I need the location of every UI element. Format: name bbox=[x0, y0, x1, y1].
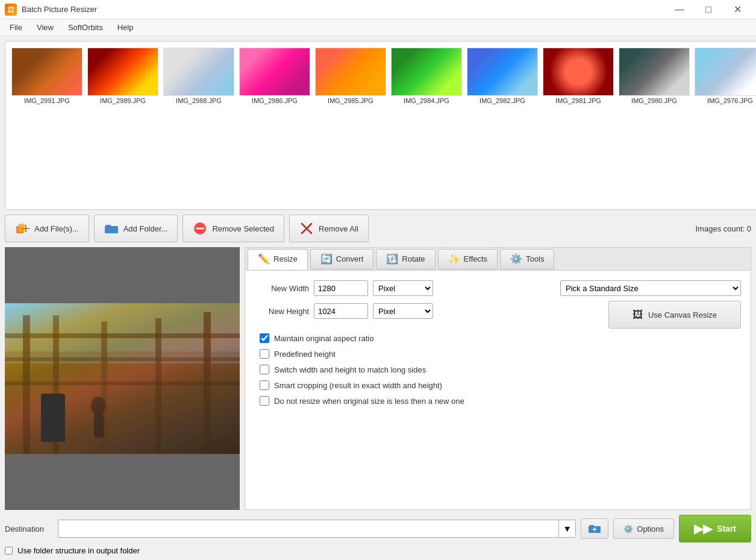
tab-convert[interactable]: 🔄 Convert bbox=[310, 249, 374, 269]
convert-tab-icon: 🔄 bbox=[320, 253, 333, 265]
thumbnail bbox=[11, 48, 83, 96]
folder-structure-label[interactable]: Use folder structure in output folder bbox=[17, 546, 140, 555]
no-resize-smaller-label[interactable]: Do not resize when original size is less… bbox=[274, 397, 464, 406]
remove-selected-icon bbox=[193, 221, 207, 236]
window-controls: — □ ✕ bbox=[666, 0, 751, 19]
options-button[interactable]: ⚙️ Options bbox=[613, 518, 674, 539]
maintain-ratio-checkbox[interactable] bbox=[260, 333, 269, 343]
image-filename: IMG_2981.JPG bbox=[555, 97, 601, 104]
width-unit-select[interactable]: Pixel Percent Inch cm bbox=[373, 280, 433, 296]
image-gallery[interactable]: IMG_2991.JPG IMG_2989.JPG IMG_2988.JPG I… bbox=[5, 41, 756, 210]
switch-dimensions-label[interactable]: Switch width and height to match long si… bbox=[274, 365, 426, 374]
effects-tab-label: Effects bbox=[464, 254, 488, 263]
list-item[interactable]: IMG_2976.JPG bbox=[693, 46, 756, 113]
maintain-ratio-label[interactable]: Maintain original aspect ratio bbox=[274, 334, 373, 343]
destination-input[interactable] bbox=[58, 520, 558, 537]
menu-file[interactable]: File bbox=[2, 20, 30, 34]
image-filename: IMG_2989.JPG bbox=[100, 97, 146, 104]
svg-rect-35 bbox=[94, 414, 104, 438]
destination-input-wrapper: ▼ bbox=[58, 520, 576, 538]
smart-cropping-label[interactable]: Smart cropping (result in exact width an… bbox=[274, 381, 442, 390]
svg-point-34 bbox=[91, 397, 105, 415]
predefined-height-label[interactable]: Predefined height bbox=[274, 350, 336, 359]
destination-label: Destination bbox=[5, 524, 53, 533]
tab-resize[interactable]: ✏️ Resize bbox=[248, 249, 308, 269]
folder-structure-checkbox[interactable] bbox=[5, 547, 13, 555]
list-item[interactable]: IMG_2984.JPG bbox=[390, 46, 463, 113]
options-gear-icon: ⚙️ bbox=[623, 524, 633, 533]
tools-tab-icon: ⚙️ bbox=[510, 253, 522, 265]
tab-rotate[interactable]: 🔃 Rotate bbox=[376, 249, 435, 269]
list-item[interactable]: IMG_2989.JPG bbox=[86, 46, 160, 113]
resize-tab-icon: ✏️ bbox=[258, 253, 270, 265]
image-filename: IMG_2986.JPG bbox=[252, 97, 298, 104]
menu-view[interactable]: View bbox=[30, 20, 61, 34]
destination-dropdown-button[interactable]: ▼ bbox=[558, 520, 575, 537]
no-resize-smaller-checkbox[interactable] bbox=[260, 396, 269, 406]
svg-rect-31 bbox=[5, 333, 240, 338]
thumbnail bbox=[695, 48, 756, 96]
minimize-button[interactable]: — bbox=[666, 0, 693, 19]
remove-selected-button[interactable]: Remove Selected bbox=[183, 215, 284, 242]
width-row: New Width Pixel Percent Inch cm bbox=[255, 280, 551, 296]
settings-panel: ✏️ Resize 🔄 Convert 🔃 Rotate ✨ Effects ⚙… bbox=[245, 247, 751, 510]
list-item[interactable]: IMG_2980.JPG bbox=[617, 46, 691, 113]
list-item[interactable]: IMG_2981.JPG bbox=[542, 46, 615, 113]
titlebar: 🖼 Batch Picture Resizer — □ ✕ bbox=[0, 0, 756, 19]
predefined-height-checkbox[interactable] bbox=[260, 349, 269, 359]
bottom-area: ✏️ Resize 🔄 Convert 🔃 Rotate ✨ Effects ⚙… bbox=[5, 247, 751, 510]
standard-size-select[interactable]: Pick a Standard Size 640x480 800x600 102… bbox=[560, 280, 741, 296]
maximize-button[interactable]: □ bbox=[695, 0, 722, 19]
image-filename: IMG_2976.JPG bbox=[707, 97, 753, 104]
new-width-label: New Width bbox=[255, 284, 309, 293]
list-item[interactable]: IMG_2985.JPG bbox=[314, 46, 387, 113]
thumbnail bbox=[239, 48, 310, 96]
list-item[interactable]: IMG_2986.JPG bbox=[238, 46, 311, 113]
remove-all-button[interactable]: Remove All bbox=[289, 215, 369, 242]
add-folder-button[interactable]: Add Folder... bbox=[94, 215, 178, 242]
height-row: New Height Pixel Percent Inch cm bbox=[255, 303, 551, 319]
list-item[interactable]: IMG_2982.JPG bbox=[466, 46, 539, 113]
menu-help[interactable]: Help bbox=[110, 20, 141, 34]
new-height-label: New Height bbox=[255, 307, 309, 316]
remove-all-label: Remove All bbox=[319, 224, 358, 233]
maintain-ratio-row: Maintain original aspect ratio bbox=[255, 333, 741, 343]
svg-rect-33 bbox=[5, 382, 240, 385]
add-files-icon bbox=[15, 221, 30, 236]
start-button[interactable]: ▶▶ Start bbox=[679, 515, 751, 543]
tab-effects[interactable]: ✨ Effects bbox=[438, 249, 498, 269]
thumbnail bbox=[315, 48, 386, 96]
thumbnail bbox=[391, 48, 462, 96]
add-folder-icon bbox=[104, 221, 119, 236]
start-icon: ▶▶ bbox=[694, 521, 712, 536]
destination-bar: Destination ▼ ⚙️ Options ▶▶ Start bbox=[5, 515, 751, 543]
close-button[interactable]: ✕ bbox=[723, 0, 751, 19]
menu-softorbits[interactable]: SoftOrbits bbox=[61, 20, 110, 34]
images-count: Images count: 0 bbox=[696, 224, 752, 233]
bottom-footer: Use folder structure in output folder bbox=[5, 546, 751, 555]
list-item[interactable]: IMG_2991.JPG bbox=[10, 46, 84, 113]
resize-tab-content: New Width Pixel Percent Inch cm New Heig… bbox=[245, 270, 751, 510]
canvas-resize-button[interactable]: 🖼 Use Canvas Resize bbox=[608, 301, 741, 329]
image-filename: IMG_2991.JPG bbox=[24, 97, 70, 104]
app-title: Batch Picture Resizer bbox=[22, 5, 666, 14]
new-height-input[interactable] bbox=[314, 303, 368, 319]
svg-rect-29 bbox=[155, 318, 161, 454]
switch-dimensions-checkbox[interactable] bbox=[260, 365, 269, 374]
height-unit-select[interactable]: Pixel Percent Inch cm bbox=[373, 303, 433, 319]
image-filename: IMG_2988.JPG bbox=[176, 97, 222, 104]
smart-cropping-checkbox[interactable] bbox=[260, 380, 269, 390]
new-width-input[interactable] bbox=[314, 280, 368, 296]
rotate-tab-icon: 🔃 bbox=[386, 253, 398, 265]
destination-browse-button[interactable] bbox=[581, 518, 608, 539]
remove-all-icon bbox=[299, 221, 314, 236]
list-item[interactable]: IMG_2988.JPG bbox=[162, 46, 236, 113]
tab-tools[interactable]: ⚙️ Tools bbox=[500, 249, 554, 269]
dimensions-section: New Width Pixel Percent Inch cm New Heig… bbox=[255, 280, 551, 326]
add-files-button[interactable]: Add File(s)... bbox=[5, 215, 89, 242]
svg-rect-32 bbox=[5, 357, 240, 361]
switch-dimensions-row: Switch width and height to match long si… bbox=[255, 365, 741, 374]
checkboxes-section: Maintain original aspect ratio Predefine… bbox=[255, 333, 741, 406]
image-filename: IMG_2982.JPG bbox=[480, 97, 525, 104]
thumbnail bbox=[87, 48, 158, 96]
